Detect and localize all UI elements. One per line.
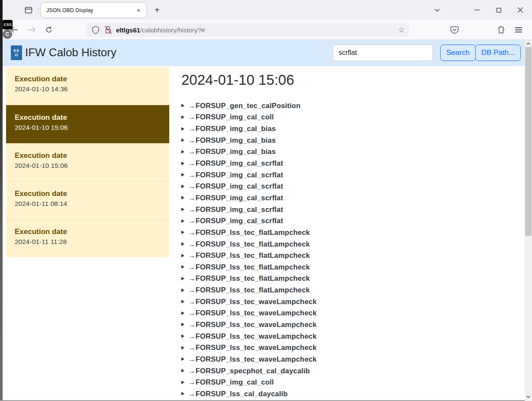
obd-tree-item[interactable]: →FORSUP_lss_tec_flatLampcheck xyxy=(181,250,519,261)
obd-tree-item[interactable]: →FORSUP_img_cal_scrflat xyxy=(181,215,519,227)
obd-item-label: →FORSUP_lss_cal_daycalib xyxy=(188,390,288,398)
pocket-icon[interactable] xyxy=(448,24,461,36)
obd-tree-item[interactable]: →FORSUP_lss_tec_flatLampcheck xyxy=(181,238,519,250)
execution-date-list: Execution date 2024-01-10 14:36 Executio… xyxy=(6,67,169,257)
tab-title: JSON OBD Display xyxy=(46,7,134,13)
execution-date-card[interactable]: Execution date 2024-01-11 08:14 xyxy=(6,181,169,219)
obd-item-label: →FORSUP_lss_tec_flatLampcheck xyxy=(188,286,310,294)
obd-tree-item[interactable]: →FORSUP_img_cal_coll xyxy=(181,112,519,123)
window-minimize-button[interactable] xyxy=(470,4,484,16)
window-maximize-button[interactable] xyxy=(492,4,506,16)
obd-tree-item[interactable]: →FORSUP_gen_tec_calPosition xyxy=(181,100,519,112)
tab-json-obd-display[interactable]: JSON OBD Display × xyxy=(41,3,146,17)
obd-tree-item[interactable]: →FORSUP_lss_tec_waveLampcheck xyxy=(181,342,519,353)
collapsed-triangle-icon xyxy=(181,231,184,234)
scrollbar-thumb[interactable] xyxy=(525,47,532,236)
obd-tree-item[interactable]: →FORSUP_lss_tec_waveLampcheck xyxy=(181,296,519,308)
collapsed-triangle-icon xyxy=(181,185,184,188)
extensions-puzzle-icon[interactable] xyxy=(495,24,507,36)
obd-tree-item[interactable]: →FORSUP_lss_tec_waveLampcheck xyxy=(181,308,519,319)
url-bar[interactable]: eltlgs61/calobhistory/history?# ☆ xyxy=(86,23,409,37)
back-icon[interactable] xyxy=(7,23,21,36)
obd-item-label: →FORSUP_lss_tec_flatLampcheck xyxy=(188,228,310,237)
collapsed-triangle-icon xyxy=(181,173,184,176)
execution-date-label: Execution date xyxy=(15,189,161,198)
obd-tree-item[interactable]: →FORSUP_lss_tec_waveLampcheck xyxy=(181,353,519,365)
execution-date-label: Execution date xyxy=(15,75,161,83)
obd-tree-item[interactable]: →FORSUP_img_cal_bias xyxy=(181,135,519,146)
obd-item-label: →FORSUP_img_cal_scrflat xyxy=(188,171,283,179)
obd-tree-item[interactable]: →FORSUP_lss_cal_daycalib xyxy=(181,388,519,400)
obd-tree-item[interactable]: →FORSUP_lss_tec_waveLampcheck xyxy=(181,330,519,342)
obd-item-label: →FORSUP_img_cal_scrflat xyxy=(188,159,283,167)
collapsed-triangle-icon xyxy=(181,369,184,372)
collapsed-triangle-icon xyxy=(181,381,184,384)
eso-logo: ES O xyxy=(11,45,22,60)
obd-item-label: →FORSUP_lss_tec_flatLampcheck xyxy=(188,240,310,248)
collapsed-triangle-icon xyxy=(181,334,184,338)
collapsed-triangle-icon xyxy=(181,346,184,350)
obd-tree-item[interactable]: →FORSUP_lss_tec_waveLampcheck xyxy=(181,319,519,330)
execution-date-label: Execution date xyxy=(15,113,161,122)
obd-tree-item[interactable]: →FORSUP_img_cal_scrflat xyxy=(181,157,519,169)
tab-list-chevron-icon[interactable] xyxy=(430,4,444,16)
insecure-lock-icon[interactable] xyxy=(104,26,113,34)
obd-tree-item[interactable]: →FORSUP_img_cal_bias xyxy=(181,123,519,135)
obd-tree-item[interactable]: →FORSUP_img_cal_scrflat xyxy=(181,180,519,192)
scrollbar-down-icon[interactable] xyxy=(525,393,532,400)
obd-item-label: →FORSUP_img_cal_coll xyxy=(188,378,274,386)
logo-text-top: ES xyxy=(13,48,19,53)
tab-bar: JSON OBD Display × + xyxy=(3,0,532,20)
obd-tree-item[interactable]: →FORSUP_img_cal_scrflat xyxy=(181,204,519,215)
obd-tree-item[interactable]: →FORSUP_lss_tec_flatLampcheck xyxy=(181,227,519,238)
obd-list: →FORSUP_gen_tec_calPosition →FORSUP_img_… xyxy=(181,100,519,400)
tab-close-icon[interactable]: × xyxy=(134,6,143,15)
new-tab-button[interactable]: + xyxy=(151,4,163,16)
obd-item-label: →FORSUP_lss_tec_flatLampcheck xyxy=(188,274,310,282)
collapsed-triangle-icon xyxy=(181,323,184,326)
execution-date-card[interactable]: Execution date 2024-01-11 11:28 xyxy=(6,219,169,257)
obd-tree-item[interactable]: →FORSUP_img_cal_bias xyxy=(181,146,519,158)
forward-icon[interactable] xyxy=(25,23,39,36)
url-host: eltlgs61 xyxy=(116,26,140,34)
obd-tree-item[interactable]: →FORSUP_lss_tec_flatLampcheck xyxy=(181,261,519,273)
collapsed-triangle-icon xyxy=(181,138,184,142)
window-close-button[interactable] xyxy=(513,4,527,16)
tracking-protection-shield-icon[interactable] xyxy=(92,26,100,34)
obd-tree-item[interactable]: →FORSUP_img_cal_coll xyxy=(181,376,519,388)
page-scrollbar[interactable] xyxy=(525,40,532,401)
bookmark-star-icon[interactable]: ☆ xyxy=(398,26,405,34)
menu-hamburger-icon[interactable] xyxy=(513,24,525,36)
app-header: ES O IFW Calob History Search DB Path... xyxy=(3,40,525,66)
collapsed-triangle-icon xyxy=(181,300,184,303)
scrollbar-up-icon[interactable] xyxy=(525,40,532,47)
firefox-view-icon[interactable] xyxy=(23,4,35,16)
collapsed-triangle-icon xyxy=(181,196,184,199)
obd-item-label: →FORSUP_lss_tec_flatLampcheck xyxy=(188,251,310,260)
obd-item-label: →FORSUP_img_cal_bias xyxy=(188,136,276,144)
obd-tree-item[interactable]: →FORSUP_img_cal_scrflat xyxy=(181,192,519,204)
execution-date-value: 2024-01-10 15:06 xyxy=(15,162,161,170)
execution-date-card[interactable]: Execution date 2024-01-10 15:06 xyxy=(6,105,169,143)
reload-icon[interactable] xyxy=(42,23,56,36)
collapsed-triangle-icon xyxy=(181,265,184,269)
execution-date-card[interactable]: Execution date 2024-01-10 15:06 xyxy=(6,143,169,181)
collapsed-triangle-icon xyxy=(181,289,184,292)
obd-tree-item[interactable]: →FORSUP_specphot_cal_daycalib xyxy=(181,365,519,377)
obd-item-label: →FORSUP_img_cal_bias xyxy=(188,148,276,156)
obd-item-label: →FORSUP_lss_tec_waveLampcheck xyxy=(188,343,317,352)
obd-item-label: →FORSUP_img_cal_scrflat xyxy=(188,182,283,190)
obd-tree-item[interactable]: →FORSUP_img_cal_scrflat xyxy=(181,169,519,181)
search-button[interactable]: Search xyxy=(440,45,476,61)
collapsed-triangle-icon xyxy=(181,311,184,315)
db-path-button[interactable]: DB Path... xyxy=(475,45,521,61)
obd-item-label: →FORSUP_specphot_cal_daycalib xyxy=(188,367,310,375)
collapsed-triangle-icon xyxy=(181,127,184,131)
collapsed-triangle-icon xyxy=(181,208,184,211)
search-input[interactable] xyxy=(333,45,433,61)
execution-date-card[interactable]: Execution date 2024-01-10 14:36 xyxy=(6,67,169,105)
execution-date-label: Execution date xyxy=(15,151,161,160)
obd-item-label: →FORSUP_img_cal_scrflat xyxy=(188,205,283,214)
obd-tree-item[interactable]: →FORSUP_lss_tec_flatLampcheck xyxy=(181,273,519,285)
obd-tree-item[interactable]: →FORSUP_lss_tec_flatLampcheck xyxy=(181,284,519,296)
